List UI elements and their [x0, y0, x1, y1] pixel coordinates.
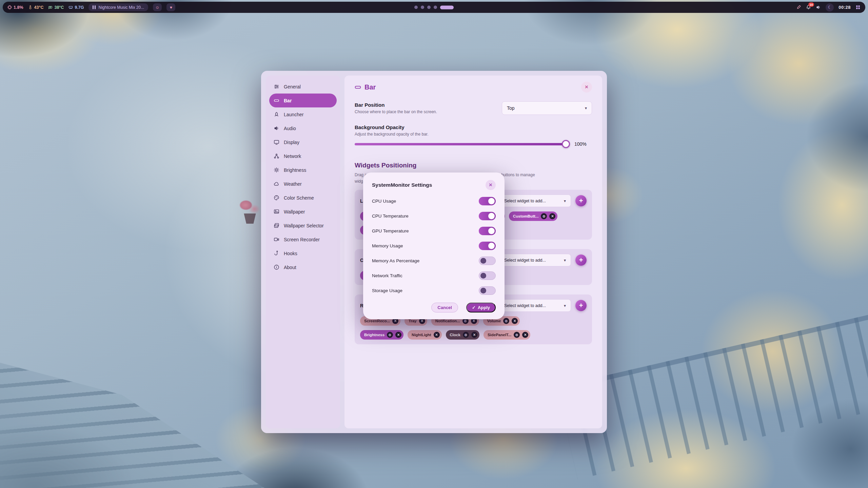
- storage-usage-toggle[interactable]: [479, 286, 496, 295]
- page-title-wrap: Bar: [355, 83, 376, 91]
- video-camera-icon: [274, 237, 279, 242]
- color-picker-button[interactable]: [796, 5, 801, 10]
- memory-usage-toggle[interactable]: [479, 242, 496, 250]
- clock[interactable]: 00:28: [839, 5, 851, 10]
- workspace-active-pill[interactable]: [440, 5, 454, 9]
- sidebar-item-brightness[interactable]: Brightness: [269, 163, 337, 177]
- chip-settings-button[interactable]: ⚙: [463, 332, 469, 338]
- right-add-widget-dropdown[interactable]: Select widget to add... ▾: [499, 299, 571, 312]
- bar-position-dropdown[interactable]: Top ▾: [502, 101, 592, 115]
- cancel-button[interactable]: Cancel: [431, 303, 458, 312]
- workspace-dot[interactable]: [414, 6, 418, 9]
- gpu-temperature-toggle[interactable]: [479, 227, 496, 235]
- toggle-label: Memory Usage: [372, 243, 403, 248]
- window-close-button[interactable]: ×: [581, 82, 592, 93]
- widget-chip-brightness[interactable]: Brightness ⚙ ×: [360, 330, 403, 340]
- toggle-row: Memory Usage: [372, 238, 496, 253]
- workspace-dot[interactable]: [434, 6, 437, 9]
- volume-icon: [816, 5, 821, 10]
- chip-label: Clock: [450, 333, 460, 337]
- right-add-widget-button[interactable]: +: [575, 300, 587, 311]
- sliders-icon: [274, 84, 279, 89]
- sidebar-item-hooks[interactable]: Hooks: [269, 246, 337, 260]
- chevron-down-icon: ▾: [585, 106, 587, 110]
- toggle-label: Memory As Percentage: [372, 258, 419, 263]
- cpu-temperature-toggle[interactable]: [479, 212, 496, 220]
- chip-settings-button[interactable]: ⚙: [541, 213, 547, 219]
- chip-remove-button[interactable]: ×: [522, 332, 528, 338]
- chip-remove-button[interactable]: ×: [471, 332, 477, 338]
- info-icon: [274, 264, 279, 270]
- sidebar-item-launcher[interactable]: Launcher: [269, 107, 337, 121]
- ram-icon: [68, 5, 73, 9]
- left-add-widget-button[interactable]: +: [575, 195, 587, 206]
- chip-settings-button[interactable]: ⚙: [387, 332, 393, 338]
- chip-label: ScreenReco...: [364, 319, 390, 323]
- background-opacity-label: Background Opacity: [355, 124, 592, 130]
- dialog-close-button[interactable]: ×: [486, 180, 496, 190]
- network-traffic-toggle[interactable]: [479, 271, 496, 280]
- sidebar-item-wallpaper[interactable]: Wallpaper: [269, 205, 337, 219]
- opacity-slider-thumb[interactable]: [562, 140, 570, 148]
- apply-button[interactable]: ✓Apply: [466, 303, 496, 312]
- page-title: Bar: [364, 83, 376, 91]
- chip-settings-button[interactable]: ⚙: [503, 318, 509, 324]
- widget-chip-clock[interactable]: Clock ⚙ ×: [446, 330, 479, 340]
- sidebar-item-network[interactable]: Network: [269, 149, 337, 163]
- gear-icon: ⚙: [464, 319, 467, 323]
- chip-label: SidePanelT...: [488, 333, 511, 337]
- toggle-knob: [480, 288, 486, 293]
- widget-chip-nightlight[interactable]: NightLight ×: [408, 330, 441, 340]
- cpu-usage-toggle[interactable]: [479, 197, 496, 205]
- sidebar-item-color-scheme[interactable]: Color Scheme: [269, 191, 337, 205]
- widget-chip-sidepanel[interactable]: SidePanelT... ⚙ ×: [484, 330, 530, 340]
- toggle-label: CPU Temperature: [372, 214, 409, 219]
- gpu-temp-stat[interactable]: 38°C: [48, 5, 64, 10]
- top-bar-left: 1.8% 43°C 38°C 9.7G Nightcore Music Mix …: [7, 3, 175, 11]
- toggle-label: CPU Usage: [372, 199, 396, 204]
- app-launcher-button[interactable]: [855, 5, 861, 10]
- heart-button[interactable]: ♥: [166, 3, 175, 11]
- media-player-widget[interactable]: Nightcore Music Mix 20...: [88, 3, 148, 11]
- gear-icon: ⚙: [542, 215, 546, 218]
- sidebar-item-about[interactable]: About: [269, 260, 337, 274]
- plus-icon: +: [579, 302, 583, 309]
- sidebar-item-label: Color Scheme: [284, 195, 314, 201]
- notifications-button[interactable]: 10: [806, 5, 811, 10]
- toggle-knob: [488, 213, 495, 219]
- night-light-button[interactable]: ☾: [826, 3, 834, 12]
- moon-icon: ☾: [828, 5, 832, 10]
- sidebar-item-wallpaper-selector[interactable]: Wallpaper Selector: [269, 219, 337, 232]
- chip-remove-button[interactable]: ×: [395, 332, 401, 338]
- cpu-temp-stat[interactable]: 43°C: [28, 5, 44, 10]
- center-add-widget-dropdown[interactable]: Select widget to add... ▾: [499, 254, 571, 266]
- widget-chip-custombutton[interactable]: CustomButt... ⚙ ×: [509, 211, 557, 221]
- memory-as-percentage-toggle[interactable]: [479, 257, 496, 265]
- workspace-dot[interactable]: [427, 6, 431, 9]
- opacity-slider[interactable]: [355, 143, 569, 145]
- image-icon: [274, 209, 279, 215]
- center-add-widget-button[interactable]: +: [575, 255, 587, 266]
- smiley-button[interactable]: ☺: [153, 3, 162, 11]
- cpu-usage-stat[interactable]: 1.8%: [7, 5, 23, 10]
- close-icon: ×: [585, 84, 588, 90]
- chip-settings-button[interactable]: ⚙: [514, 332, 520, 338]
- sidebar-item-bar[interactable]: Bar: [269, 94, 337, 107]
- left-add-widget-dropdown[interactable]: Select widget to add... ▾: [499, 195, 571, 207]
- close-icon: ×: [394, 319, 397, 323]
- chip-remove-button[interactable]: ×: [549, 213, 555, 219]
- sidebar-item-screen-recorder[interactable]: Screen Recorder: [269, 232, 337, 246]
- gpu-temp-value: 38°C: [54, 5, 64, 10]
- memory-stat[interactable]: 9.7G: [68, 5, 84, 10]
- sidebar-item-display[interactable]: Display: [269, 135, 337, 149]
- chip-remove-button[interactable]: ×: [434, 332, 440, 338]
- check-icon: ✓: [472, 305, 476, 310]
- sidebar-item-label: Bar: [284, 98, 292, 103]
- chip-remove-button[interactable]: ×: [512, 318, 518, 324]
- volume-button[interactable]: [816, 5, 821, 10]
- workspace-dot[interactable]: [421, 6, 424, 9]
- sidebar-item-general[interactable]: General: [269, 80, 337, 94]
- sidebar-item-weather[interactable]: Weather: [269, 177, 337, 191]
- sidebar-item-audio[interactable]: Audio: [269, 121, 337, 135]
- opacity-value: 100%: [574, 141, 592, 147]
